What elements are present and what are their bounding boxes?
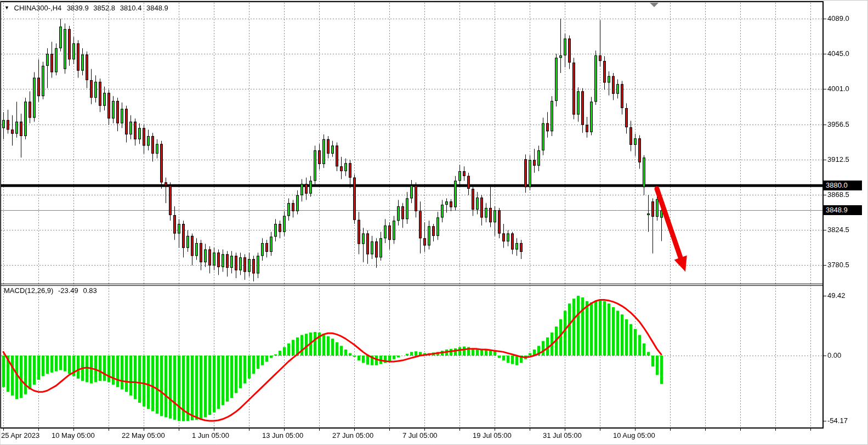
ohlc-open: 3839.9 [67,4,89,12]
macd-signal-value: 0.83 [83,286,97,295]
macd-indicator-label: MACD(12,26,9) -23.49 0.83 [4,286,97,295]
price-axis-label: 4089.0 [827,14,849,22]
macd-axis-label: 49.42 [827,291,846,300]
macd-axis-label: 0.00 [827,351,841,359]
time-axis-label: 27 Jun 05:00 [332,431,373,440]
price-axis-label: 3780.5 [827,261,849,269]
time-axis-label: 31 Jul 05:00 [543,431,582,440]
price-axis-label: 3956.5 [827,120,849,128]
macd-value: -23.49 [58,286,78,295]
ohlc-low: 3810.4 [120,4,142,12]
price-macd-chart-canvas[interactable] [0,0,868,445]
time-axis-label: 25 Apr 2023 [1,431,39,440]
price-axis-label: 4045.0 [827,49,849,58]
symbol-dropdown-icon: ▼ [4,5,9,10]
price-axis-label: 3824.5 [827,226,849,234]
symbol-period-label: CHINA300-,H4 [14,4,62,12]
hline-price-box: 3880.0 [824,181,862,190]
time-axis-label: 22 May 05:00 [122,431,165,440]
time-axis-label: 13 Jun 05:00 [262,431,303,440]
time-axis-label: 10 May 05:00 [52,431,95,440]
current-price-box: 3848.9 [824,205,862,215]
macd-name: MACD(12,26,9) [4,286,53,295]
time-axis-label: 7 Jul 05:00 [402,431,438,440]
price-axis-label: 3868.5 [827,190,849,199]
ohlc-close: 3848.9 [146,4,168,12]
ohlc-high: 3852.8 [93,4,115,12]
time-axis-label: 1 Jun 05:00 [192,431,229,440]
chart-window: ▼ CHINA300-,H4 3839.9 3852.8 3810.4 3848… [0,0,868,445]
bar-shift-marker-icon[interactable] [650,3,659,7]
time-axis-label: 19 Jul 05:00 [473,431,512,440]
macd-axis-label: -54.17 [827,416,848,425]
time-axis-label: 10 Aug 05:00 [613,431,655,440]
price-axis-label: 3912.5 [827,155,849,164]
price-axis-label: 4001.0 [827,85,849,93]
chart-title: ▼ CHINA300-,H4 3839.9 3852.8 3810.4 3848… [4,4,168,12]
